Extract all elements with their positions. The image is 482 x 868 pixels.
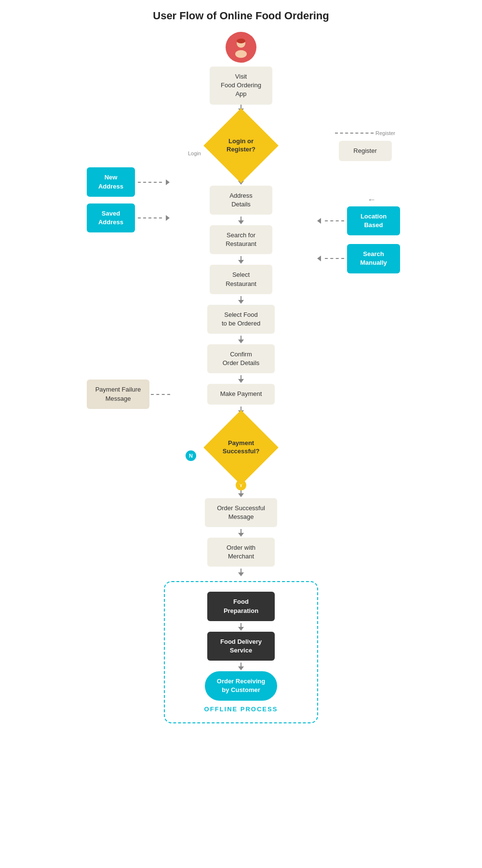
register-side: Register Register — [335, 130, 395, 161]
make-payment-box: Make Payment — [207, 384, 275, 404]
search-restaurant-row: Search for Restaurant Location Based Sea… — [48, 225, 434, 254]
food-delivery-box: Food Delivery Service — [207, 632, 275, 661]
login-register-diamond: Login or Register? — [203, 108, 279, 183]
arrow9 — [238, 493, 244, 497]
make-payment-wrap: Make Payment — [207, 384, 275, 404]
conn5 — [241, 296, 241, 300]
search-restaurant-box: Search for Restaurant — [210, 225, 272, 254]
login-register-text: Login or Register? — [214, 137, 268, 154]
location-based-box-wrap: Location Based — [347, 206, 400, 235]
new-addr-arrow — [166, 179, 170, 185]
search-manually-box-wrap: Search Manually — [347, 244, 400, 273]
arrow5 — [238, 300, 244, 304]
diagram: User Flow of Online Food Ordering Visit … — [48, 10, 434, 723]
order-success-box: Order Successful Message — [205, 498, 277, 527]
confirm-order-box: Confirm Order Details — [207, 344, 275, 373]
conn11 — [241, 569, 241, 572]
conn4 — [241, 256, 241, 260]
order-receiving-wrap: Order Receiving by Customer — [205, 671, 277, 700]
order-receiving-box: Order Receiving by Customer — [205, 671, 277, 700]
payment-success-diamond: Payment Successful? — [203, 410, 279, 485]
arrow10 — [238, 533, 244, 537]
register-line-label: Register — [375, 130, 395, 136]
register-box: Register — [339, 140, 392, 161]
address-left-options: New Address Saved Address — [87, 167, 171, 232]
select-restaurant-wrap: Select Restaurant — [210, 265, 272, 294]
search-restaurant-box-wrap: Search for Restaurant — [210, 225, 272, 254]
arrow4 — [238, 260, 244, 264]
arrow7 — [238, 379, 244, 383]
new-addr-dash — [138, 182, 162, 183]
loc-dash — [325, 220, 344, 221]
search-manually-box: Search Manually — [347, 244, 400, 273]
register-connector: Register — [335, 130, 395, 136]
make-payment-row: Payment Failure Message Make Payment — [48, 384, 434, 404]
select-food-box: Select Food to be Ordered — [207, 305, 275, 334]
conn12 — [241, 623, 241, 627]
saved-addr-dash — [138, 217, 162, 218]
payment-fail-connector — [151, 394, 170, 395]
visit-app-label: Visit Food Ordering App — [210, 67, 272, 105]
conn6 — [241, 336, 241, 339]
order-success-wrap: Order Successful Message — [205, 498, 277, 527]
login-label: Login — [188, 150, 201, 156]
svg-point-2 — [235, 50, 247, 58]
confirm-order-wrap: Confirm Order Details — [207, 344, 275, 373]
food-prep-box: Food Preparation — [207, 592, 275, 621]
new-address-box-wrap: New Address — [87, 167, 135, 196]
new-address-box: New Address — [87, 167, 135, 196]
manual-arrow — [317, 256, 321, 261]
order-merchant-wrap: Order with Merchant — [207, 538, 275, 567]
payment-failure-box: Payment Failure Message — [87, 380, 149, 408]
select-food-wrap: Select Food to be Ordered — [207, 305, 275, 334]
address-details-box-wrap: Address Details — [210, 186, 272, 215]
loc-arrow — [317, 218, 321, 224]
payment-failure-side: Payment Failure Message — [87, 380, 149, 408]
arrow3 — [238, 220, 244, 224]
payment-success-center: Payment Successful? — [214, 421, 268, 474]
search-options-right: Location Based Search Manually — [316, 206, 400, 273]
saved-addr-arrow — [166, 215, 170, 221]
manual-dash — [325, 258, 344, 259]
n-badge-wrap: N — [186, 450, 196, 461]
diagram-title: User Flow of Online Food Ordering — [153, 10, 329, 22]
visit-app-box: Visit Food Ordering App — [210, 67, 272, 105]
conn3 — [241, 217, 241, 220]
location-based-box: Location Based — [347, 206, 400, 235]
avatar — [226, 32, 256, 63]
offline-box: Food Preparation Food Delivery Service O… — [164, 581, 318, 723]
fail-dash — [151, 394, 170, 395]
arrow12 — [238, 627, 244, 631]
conn7 — [241, 375, 241, 379]
arrow6 — [238, 339, 244, 343]
conn13 — [241, 663, 241, 666]
h-dash-register — [335, 132, 374, 133]
arrow11 — [238, 572, 244, 576]
address-details-box: Address Details — [210, 186, 272, 215]
register-box-container: Register — [339, 140, 392, 161]
search-manually-row: Search Manually — [316, 244, 400, 273]
payment-success-row: Payment Successful? N — [48, 416, 434, 479]
register-back-arrow: ← — [367, 195, 376, 205]
n-badge: N — [186, 450, 196, 461]
arrow13 — [238, 666, 244, 670]
conn10 — [241, 529, 241, 533]
food-prep-wrap: Food Preparation — [207, 592, 275, 621]
food-delivery-wrap: Food Delivery Service — [207, 632, 275, 661]
order-merchant-box: Order with Merchant — [207, 538, 275, 567]
diamond-center: Login or Register? — [214, 119, 268, 172]
location-based-row: Location Based — [316, 206, 400, 235]
svg-point-1 — [237, 39, 245, 43]
new-address-row: New Address — [87, 167, 171, 196]
payment-success-text: Payment Successful? — [214, 439, 268, 456]
offline-label: OFFLINE PROCESS — [204, 705, 278, 713]
payment-failure-box-wrap: Payment Failure Message — [87, 380, 149, 408]
select-restaurant-box: Select Restaurant — [210, 265, 272, 294]
